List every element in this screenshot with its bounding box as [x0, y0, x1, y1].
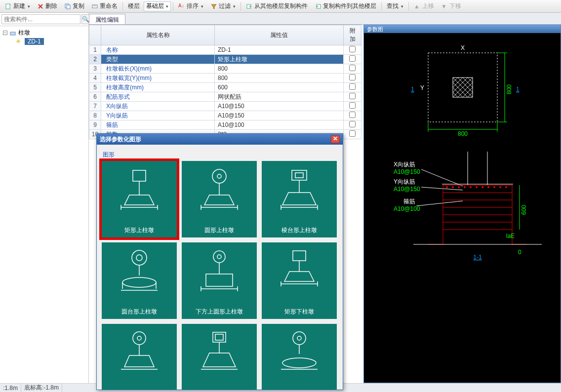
- shape-option[interactable]: 圆台形上柱墩: [102, 242, 177, 319]
- col-additional: 附加: [344, 25, 361, 45]
- row-index: 1: [89, 45, 101, 55]
- prop-additional[interactable]: [344, 55, 361, 64]
- svg-line-30: [421, 187, 463, 190]
- svg-point-42: [458, 187, 460, 188]
- additional-checkbox[interactable]: [349, 130, 356, 137]
- table-row[interactable]: 8Y向纵筋A10@150: [89, 111, 361, 120]
- filter-icon: [210, 3, 217, 10]
- table-row[interactable]: 6配筋形式网状配筋: [89, 92, 361, 102]
- dialog-titlebar[interactable]: 选择参数化图形 ✕: [97, 134, 343, 145]
- prop-value[interactable]: ZD-1: [215, 45, 344, 55]
- shape-thumbnail: [262, 161, 337, 224]
- svg-point-43: [464, 187, 466, 188]
- table-row[interactable]: 3柱墩截长(X)(mm)800: [89, 64, 361, 74]
- shape-option[interactable]: 圆形上柱墩: [182, 161, 257, 237]
- floor-select-value: 基础层: [146, 2, 164, 10]
- dropdown-arrow-icon: ▾: [166, 4, 168, 9]
- prop-additional[interactable]: [344, 102, 361, 111]
- diagram-body: X Y: [364, 33, 561, 383]
- additional-checkbox[interactable]: [349, 112, 356, 118]
- additional-checkbox[interactable]: [349, 65, 356, 71]
- copy-button[interactable]: 复制: [61, 1, 87, 11]
- col-index: [89, 25, 101, 45]
- shape-option[interactable]: 棱台形上柱墩: [262, 161, 337, 237]
- additional-checkbox[interactable]: [349, 55, 356, 62]
- find-button[interactable]: 查找 ▾: [384, 1, 406, 11]
- prop-value[interactable]: A10@150: [215, 111, 344, 120]
- separator: [381, 2, 382, 11]
- new-button[interactable]: 新建 ▾: [2, 1, 33, 11]
- prop-value[interactable]: A10@100: [215, 120, 344, 130]
- prop-value[interactable]: 网状配筋: [215, 92, 344, 102]
- property-table: 属性名称 属性值 附加 1名称ZD-12类型矩形上柱墩3柱墩截长(X)(mm)8…: [89, 25, 361, 139]
- prop-additional[interactable]: [344, 111, 361, 120]
- search-input[interactable]: [1, 14, 80, 24]
- svg-point-45: [476, 187, 478, 188]
- shape-option[interactable]: 棱台形下柱墩: [182, 324, 257, 390]
- additional-checkbox[interactable]: [349, 121, 356, 127]
- copy-to-floor-button[interactable]: 复制构件到其他楼层: [312, 1, 379, 11]
- prop-additional[interactable]: [344, 130, 361, 139]
- status-right: 底标高:-1.8m: [21, 384, 62, 392]
- tree-child-row[interactable]: ✳ ZD-1: [16, 38, 85, 45]
- additional-checkbox[interactable]: [349, 93, 356, 99]
- filter-button[interactable]: 过滤 ▾: [207, 1, 239, 11]
- shape-option[interactable]: 圆形下柱墩: [102, 324, 177, 390]
- shape-option[interactable]: 圆台形下柱墩: [262, 324, 337, 390]
- svg-line-29: [421, 169, 463, 186]
- svg-point-41: [452, 187, 454, 188]
- shape-option[interactable]: 下方上圆形上柱墩: [182, 242, 257, 319]
- prop-additional[interactable]: [344, 120, 361, 130]
- tree-collapse-icon[interactable]: −: [3, 31, 7, 35]
- prop-additional[interactable]: [344, 92, 361, 102]
- table-row[interactable]: 7X向纵筋A10@150: [89, 102, 361, 111]
- prop-value[interactable]: 600: [215, 83, 344, 92]
- svg-rect-6: [10, 32, 15, 35]
- y-rebar-value: A10@150: [394, 186, 420, 193]
- prop-name: 名称: [101, 45, 215, 55]
- additional-checkbox[interactable]: [349, 74, 356, 80]
- table-row[interactable]: 2类型矩形上柱墩: [89, 55, 361, 64]
- svg-point-99: [297, 336, 301, 340]
- close-button[interactable]: ✕: [331, 135, 340, 143]
- table-row[interactable]: 1名称ZD-1: [89, 45, 361, 55]
- sort-button[interactable]: A↓ 排序 ▾: [175, 1, 206, 11]
- shape-thumbnail: [182, 161, 257, 224]
- rename-button[interactable]: 重命名: [88, 1, 120, 11]
- additional-checkbox[interactable]: [349, 102, 356, 109]
- shape-option[interactable]: 矩形上柱墩: [102, 161, 177, 237]
- additional-checkbox[interactable]: [349, 83, 356, 90]
- dropdown-arrow-icon: ▾: [401, 4, 403, 9]
- svg-rect-54: [133, 170, 146, 181]
- copy-from-floor-button[interactable]: 从其他楼层复制构件: [243, 1, 311, 11]
- prop-name: Y向纵筋: [101, 111, 215, 120]
- prop-additional[interactable]: [344, 74, 361, 83]
- svg-point-78: [213, 251, 225, 263]
- component-icon: [9, 30, 16, 37]
- move-up-label: 上移: [422, 2, 434, 10]
- prop-additional[interactable]: [344, 64, 361, 74]
- rename-icon: [91, 3, 98, 10]
- prop-value[interactable]: 矩形上柱墩: [215, 55, 344, 64]
- prop-value[interactable]: 800: [215, 74, 344, 83]
- tree-root[interactable]: − 柱墩: [3, 28, 85, 38]
- additional-checkbox[interactable]: [349, 46, 356, 52]
- table-row[interactable]: 9箍筋A10@100: [89, 120, 361, 130]
- table-header-row: 属性名称 属性值 附加: [89, 25, 361, 45]
- prop-additional[interactable]: [344, 45, 361, 55]
- delete-button[interactable]: 删除: [34, 1, 60, 11]
- tab-strip: 属性编辑: [89, 13, 561, 25]
- tab-property-edit[interactable]: 属性编辑: [89, 14, 125, 24]
- shape-label: 下方上圆形上柱墩: [196, 305, 243, 319]
- prop-additional[interactable]: [344, 83, 361, 92]
- svg-rect-81: [206, 274, 233, 286]
- svg-point-72: [136, 255, 142, 261]
- floor-select[interactable]: 基础层 ▾: [144, 1, 171, 11]
- prop-value[interactable]: 800: [215, 64, 344, 74]
- shape-option[interactable]: 矩形下柱墩: [262, 242, 337, 319]
- prop-value[interactable]: A10@150: [215, 102, 344, 111]
- y-rebar-label: Y向纵筋: [394, 178, 415, 185]
- table-row[interactable]: 4柱墩截宽(Y)(mm)800: [89, 74, 361, 83]
- floor-label-btn: 楼层: [125, 1, 143, 11]
- table-row[interactable]: 5柱墩高度(mm)600: [89, 83, 361, 92]
